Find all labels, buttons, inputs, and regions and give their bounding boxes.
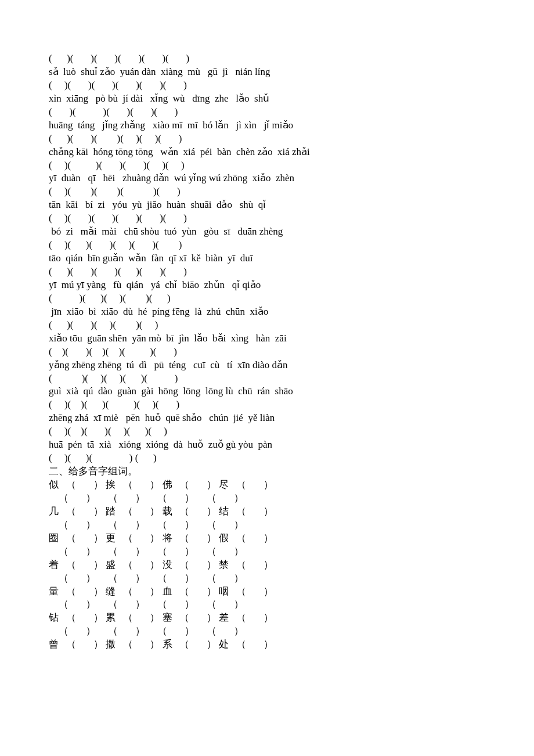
blank-row: ( )( )( )( )( )( )	[49, 79, 495, 92]
polyphone-blank-row: （ ） （ ） （ ） （ ）	[49, 598, 495, 611]
polyphone-blank-row: （ ） （ ） （ ） （ ）	[49, 625, 495, 638]
blank-row: ( )( )( )( )( )	[49, 292, 495, 305]
pinyin-row: tāo qián bīn guǎn wǎn fàn qī xī kě biàn …	[49, 252, 495, 265]
section-2-title: 二、给多音字组词。	[49, 465, 495, 478]
blank-row: ( )( )( )( )( )	[49, 372, 495, 386]
polyphone-row: 几 （ ） 踏 （ ） 载 （ ） 结 （ ）	[49, 505, 495, 519]
pinyin-row: yī duàn qī hēi zhuàng dǎn wú yǐng wú zhō…	[49, 172, 495, 185]
blank-row: ( )( )( )( )( )( )	[49, 345, 495, 359]
pinyin-row: guì xià qú dào guàn gài hōng lōng lōng l…	[49, 385, 495, 398]
pinyin-row: tān kāi bí zi yóu yù jiāo huàn shuāi dǎo…	[49, 199, 495, 212]
polyphone-row: 量 （ ） 缝 （ ） 血 （ ） 咽 （ ）	[49, 585, 495, 599]
pinyin-row: zhēng zhá xī miè pēn huǒ quē shǎo chún j…	[49, 412, 495, 425]
pinyin-row: yǎng zhēng zhēng tú dì pū téng cuī cù tí…	[49, 359, 495, 372]
blank-row: ( )( )( ) ( )	[49, 452, 495, 465]
polyphone-row: 曾 （ ） 撒 （ ） 系 （ ） 处 （ ）	[49, 638, 495, 651]
blank-row: ( )( )( )( )( )	[49, 319, 495, 332]
pinyin-row: jīn xiāo bì xiāo dù hé píng fēng là zhú …	[49, 305, 495, 319]
blank-row: ( )( )( )( )( )( )	[49, 52, 495, 66]
blank-row: ( )( )( )( )( )( )	[49, 159, 495, 172]
pinyin-row: bó zi mǎi mài chū shòu tuó yùn gòu sī du…	[49, 225, 495, 239]
blank-row: ( )( )( )( )( )	[49, 106, 495, 119]
blank-row: ( )( )( )( )( )	[49, 185, 495, 199]
pinyin-row: sǎ luò shuǐ zǎo yuán dàn xiàng mù gū jì …	[49, 66, 495, 79]
polyphone-section: 似 （ ） 挨 （ ） 佛 （ ） 尽 （ ） （ ） （ ） （ ） （ ）几…	[49, 478, 495, 651]
polyphone-blank-row: （ ） （ ） （ ） （ ）	[49, 492, 495, 505]
pinyin-row: huā pén tā xià xióng xióng dà huǒ zuǒ gù…	[49, 438, 495, 452]
blank-row: ( )( )( )( )( )( )	[49, 132, 495, 146]
polyphone-row: 圈 （ ） 更 （ ） 将 （ ） 假 （ ）	[49, 532, 495, 545]
pinyin-row: chǎng kāi hóng tōng tōng wǎn xiá péi bàn…	[49, 146, 495, 159]
pinyin-row: xìn xiāng pò bù jí dài xǐng wù dīng zhe …	[49, 92, 495, 106]
polyphone-row: 着 （ ） 盛 （ ） 没 （ ） 禁 （ ）	[49, 559, 495, 572]
polyphone-blank-row: （ ） （ ） （ ） （ ）	[49, 572, 495, 585]
polyphone-row: 似 （ ） 挨 （ ） 佛 （ ） 尽 （ ）	[49, 478, 495, 492]
blank-row: ( )( )( )( )( )( )	[49, 265, 495, 279]
blank-row: ( )( )( )( )( )( )	[49, 398, 495, 412]
blank-row: ( )( )( )( )( )( )	[49, 239, 495, 252]
pinyin-fill-section: ( )( )( )( )( )( )sǎ luò shuǐ zǎo yuán d…	[49, 52, 495, 465]
pinyin-row: huāng táng jǐng zhǎng xiào mī mī bó lǎn …	[49, 119, 495, 132]
polyphone-blank-row: （ ） （ ） （ ） （ ）	[49, 519, 495, 532]
pinyin-row: yī mú yī yàng fù qián yá chǐ biāo zhǔn q…	[49, 279, 495, 292]
pinyin-row: xiǎo tōu guān shēn yān mò bī jìn lǎo bǎi…	[49, 332, 495, 345]
polyphone-blank-row: （ ） （ ） （ ） （ ）	[49, 545, 495, 559]
blank-row: ( )( )( )( )( )( )	[49, 212, 495, 225]
polyphone-row: 钻 （ ） 累 （ ） 塞 （ ） 差 （ ）	[49, 611, 495, 625]
blank-row: ( )( )( )( )( )( )	[49, 425, 495, 438]
